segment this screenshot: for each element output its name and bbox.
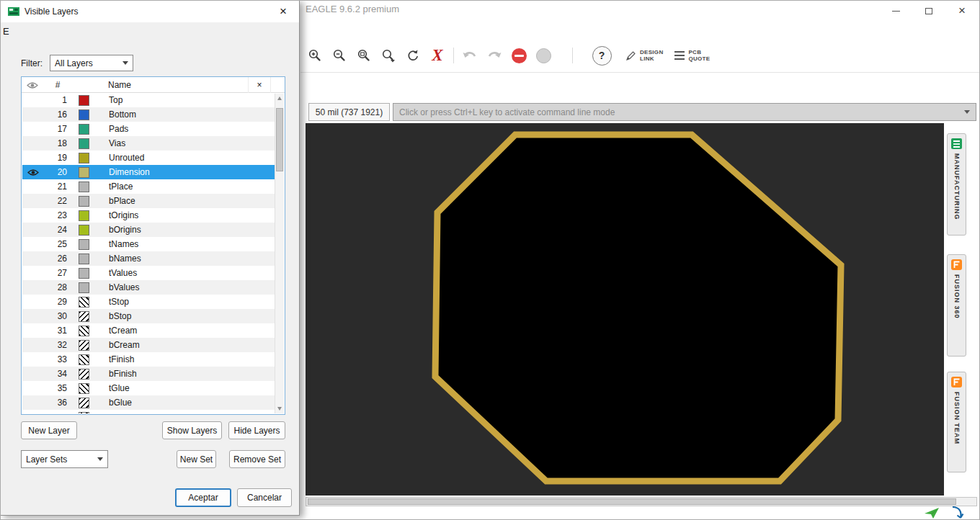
- layer-color-swatch[interactable]: [73, 326, 100, 336]
- zoom-in-button[interactable]: [303, 43, 327, 68]
- layer-row[interactable]: 20Dimension: [22, 165, 276, 179]
- hide-layers-button[interactable]: Hide Layers: [228, 421, 285, 439]
- layer-color-swatch[interactable]: [73, 95, 100, 106]
- layer-row[interactable]: 35tGlue: [22, 381, 276, 395]
- layer-row[interactable]: 33tFinish: [22, 352, 276, 367]
- layer-row[interactable]: 1Top: [22, 93, 276, 107]
- new-set-button[interactable]: New Set: [177, 450, 216, 468]
- layer-visible-eye-icon[interactable]: [22, 169, 44, 176]
- layer-color-swatch[interactable]: [73, 340, 100, 351]
- layer-number: 1: [44, 95, 73, 105]
- layer-row[interactable]: 29tStop: [22, 295, 276, 309]
- layer-color-swatch[interactable]: [73, 181, 100, 192]
- layer-row[interactable]: 34bFinish: [22, 367, 276, 381]
- vscrollbar-thumb[interactable]: [276, 108, 283, 171]
- board-canvas[interactable]: [306, 123, 944, 496]
- layer-row[interactable]: 26bNames: [22, 251, 276, 266]
- scroll-down-arrow-icon[interactable]: [277, 407, 282, 411]
- layer-row[interactable]: 25tNames: [22, 237, 276, 251]
- layer-row[interactable]: 27tValues: [22, 266, 276, 280]
- layer-row[interactable]: 16Bottom: [22, 107, 276, 122]
- layer-row[interactable]: 31tCream: [22, 323, 276, 338]
- layer-row[interactable]: 18Vias: [22, 136, 276, 151]
- tab-manufacturing[interactable]: MANUFACTURING: [947, 133, 966, 236]
- layer-color-swatch[interactable]: [73, 297, 100, 308]
- layer-row[interactable]: 23tOrigins: [22, 208, 276, 223]
- layer-row[interactable]: 24bOrigins: [22, 223, 276, 237]
- layer-row[interactable]: 28bValues: [22, 280, 276, 295]
- question-icon: ?: [592, 46, 612, 66]
- layer-color-swatch[interactable]: [73, 354, 100, 365]
- layer-row[interactable]: 32bCream: [22, 338, 276, 352]
- design-link-button[interactable]: DESIGN LINK: [625, 49, 663, 62]
- maximize-button[interactable]: [912, 0, 945, 22]
- layer-color-swatch[interactable]: [73, 254, 100, 264]
- header-number[interactable]: #: [43, 77, 72, 93]
- pcb-quote-button[interactable]: PCB QUOTE: [674, 49, 710, 62]
- header-eye-icon[interactable]: [22, 77, 43, 93]
- command-line-input[interactable]: [393, 107, 964, 117]
- tab-label: FUSION TEAM: [953, 392, 961, 444]
- side-tab-panel: MANUFACTURING FUSION 360 FUSION TEAM: [947, 133, 968, 479]
- layer-color-swatch[interactable]: [73, 268, 100, 279]
- layer-color-swatch[interactable]: [73, 412, 100, 414]
- layer-row[interactable]: 30bStop: [22, 309, 276, 323]
- layer-row[interactable]: 19Unrouted: [22, 151, 276, 165]
- blue-swoosh-icon[interactable]: [950, 506, 964, 520]
- dialog-close-button[interactable]: ×: [275, 4, 292, 19]
- layer-color-swatch[interactable]: [73, 398, 100, 408]
- layer-color-swatch[interactable]: [73, 210, 100, 221]
- layer-color-swatch[interactable]: [73, 369, 100, 380]
- cancel-button[interactable]: Cancelar: [237, 488, 292, 507]
- layer-color-swatch[interactable]: [73, 282, 100, 293]
- layer-color-swatch[interactable]: [73, 311, 100, 322]
- layers-vscrollbar[interactable]: [275, 94, 284, 413]
- layer-name: Dimension: [100, 167, 150, 177]
- redo-button[interactable]: [482, 43, 507, 68]
- green-plane-icon[interactable]: [924, 507, 940, 519]
- undo-button[interactable]: [458, 43, 482, 68]
- layer-color-swatch[interactable]: [73, 167, 100, 178]
- minimize-button[interactable]: [879, 0, 912, 22]
- zoom-fit-button[interactable]: [352, 43, 376, 68]
- layer-color-swatch[interactable]: [73, 225, 100, 236]
- tab-fusion-360[interactable]: FUSION 360: [947, 254, 966, 357]
- dialog-titlebar[interactable]: Visible Layers ×: [1, 1, 299, 22]
- layer-sets-dropdown[interactable]: Layer Sets: [21, 450, 108, 468]
- visible-layers-dialog: Visible Layers × Filter: All Layers # Na…: [0, 0, 300, 516]
- scroll-up-arrow-icon[interactable]: [277, 97, 282, 100]
- stop-button[interactable]: [507, 43, 531, 68]
- layer-color-swatch[interactable]: [73, 153, 100, 163]
- tab-fusion-team[interactable]: FUSION TEAM: [947, 372, 966, 472]
- layer-row[interactable]: 36bGlue: [22, 395, 276, 410]
- accept-button[interactable]: Aceptar: [175, 488, 231, 507]
- layer-color-swatch[interactable]: [73, 138, 100, 149]
- layer-row[interactable]: [22, 410, 276, 413]
- go-button[interactable]: [531, 43, 556, 68]
- show-layers-button[interactable]: Show Layers: [162, 421, 222, 439]
- filter-dropdown[interactable]: All Layers: [50, 55, 133, 71]
- zoom-redraw-button[interactable]: [401, 43, 425, 68]
- board-outline-octagon[interactable]: [435, 135, 841, 481]
- help-button[interactable]: ?: [589, 43, 614, 68]
- remove-set-button[interactable]: Remove Set: [229, 450, 285, 468]
- header-close[interactable]: ×: [248, 77, 271, 93]
- layer-color-swatch[interactable]: [73, 109, 100, 120]
- layer-color-swatch[interactable]: [73, 124, 100, 135]
- new-layer-button[interactable]: New Layer: [21, 421, 77, 439]
- cancel-command-button[interactable]: X: [425, 43, 450, 68]
- header-name[interactable]: Name: [99, 77, 131, 93]
- canvas-hscrollbar[interactable]: [306, 497, 977, 506]
- layer-row[interactable]: 22bPlace: [22, 194, 276, 208]
- layer-row[interactable]: 21tPlace: [22, 179, 276, 194]
- layer-color-swatch[interactable]: [73, 196, 100, 207]
- hscrollbar-thumb[interactable]: [308, 498, 956, 505]
- zoom-out-button[interactable]: [327, 43, 352, 68]
- tab-label: FUSION 360: [953, 274, 961, 319]
- close-window-button[interactable]: ×: [945, 0, 979, 22]
- layer-color-swatch[interactable]: [73, 239, 100, 250]
- layer-color-swatch[interactable]: [73, 383, 100, 394]
- command-line-combo[interactable]: [393, 103, 976, 121]
- zoom-select-button[interactable]: [376, 43, 401, 68]
- layer-row[interactable]: 17Pads: [22, 122, 276, 136]
